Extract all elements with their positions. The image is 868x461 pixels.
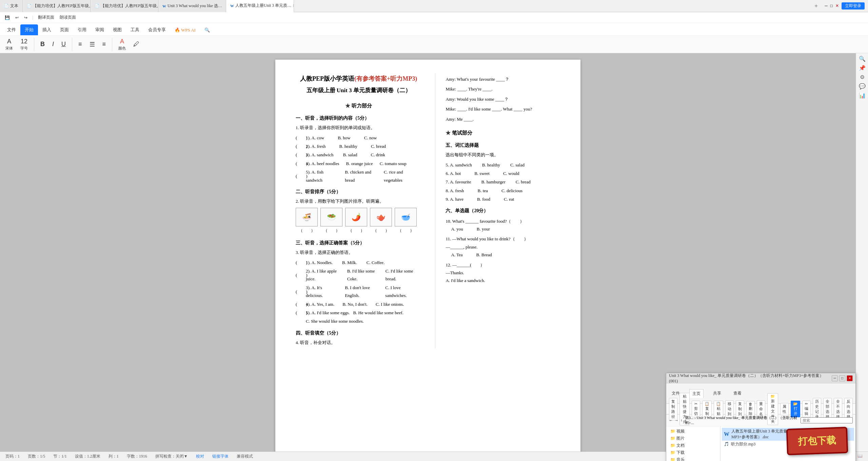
- status-page: 页码：1: [5, 454, 20, 459]
- fe-minimize-btn[interactable]: ─: [832, 375, 838, 381]
- taskbar-tab-2[interactable]: 📄 【能力培优】人教PEP版五年级上册…: [23, 0, 91, 12]
- fe-title: Unit 3 What would you like_ 单元质量调研卷（二）（含…: [669, 373, 832, 384]
- fe-copy-btn[interactable]: 📋 复制: [702, 401, 712, 417]
- fe-edit-btn[interactable]: ✏ 编辑: [802, 401, 811, 417]
- fe-nav-music[interactable]: 📁 音乐: [668, 456, 719, 461]
- fe-forward-btn[interactable]: →: [675, 418, 678, 422]
- bold-btn[interactable]: B: [38, 39, 47, 49]
- status-link[interactable]: 链接字体: [212, 454, 229, 459]
- minimize-btn[interactable]: ─: [825, 3, 828, 8]
- sidebar-icon-1[interactable]: 🔍: [859, 56, 866, 62]
- part6-item-12: 12. —______( ） —Thanks. A. I'd like a sa…: [446, 261, 560, 285]
- ribbon-tab-vip[interactable]: 会员专享: [144, 24, 170, 35]
- fe-nav-video[interactable]: 📁 视频: [668, 428, 719, 435]
- dialog-line-amy1: Amy: What's your favourite ____？: [446, 75, 560, 83]
- ribbon-tab-file[interactable]: 文件: [3, 24, 20, 35]
- dialog-line-amy2: Amy: Would you like some ____？: [446, 95, 560, 103]
- align-center-btn[interactable]: ☰: [87, 39, 98, 49]
- part1-instruction: 1. 听录音，选择你所听到的单词或短语。: [296, 124, 421, 132]
- ribbon-tab-ai[interactable]: 🔥 WPS AI: [170, 25, 200, 35]
- fe-cut-btn[interactable]: ✂ 剪切: [692, 401, 700, 417]
- fe-controls: ─ □ ✕: [832, 375, 853, 381]
- underline-btn[interactable]: U: [59, 39, 68, 49]
- sidebar-icon-2[interactable]: 📌: [859, 65, 866, 71]
- save-button[interactable]: 💾: [3, 15, 12, 21]
- download-button[interactable]: 打包下载: [786, 427, 848, 455]
- right-sidebar: 🔍 📌 ⚙ 💬 📊: [856, 53, 868, 461]
- tab-label-1: 文本: [10, 3, 18, 9]
- ribbon-tab-insert[interactable]: 插入: [38, 24, 56, 35]
- tab-label-4: Unit 3 What would you like 选…: [167, 3, 222, 9]
- read-page-btn[interactable]: 朗读页面: [58, 14, 78, 21]
- taskbar-tab-3[interactable]: 📄 【能力培优】人教PEP版五年级上册…: [91, 0, 158, 12]
- fe-nav-downloads[interactable]: 📁 下载: [668, 449, 719, 456]
- fe-copy-path-btn[interactable]: 复制路径: [669, 398, 677, 420]
- close-btn[interactable]: ✕: [835, 3, 839, 8]
- ribbon-tab-tools[interactable]: 工具: [126, 24, 144, 35]
- ribbon-tab-review[interactable]: 审阅: [91, 24, 108, 35]
- ribbon-tab-ref[interactable]: 引用: [73, 24, 91, 35]
- sidebar-icon-4[interactable]: 💬: [859, 83, 866, 89]
- part5-title: 五、词汇选择题: [446, 141, 560, 149]
- restore-btn[interactable]: □: [830, 3, 833, 8]
- fe-invert-select-btn[interactable]: 反向选择: [844, 398, 853, 420]
- part4-dialog-header: 4. 听音，补全对话。: [296, 339, 421, 346]
- fe-file-mp3-icon: 🎵: [724, 442, 729, 447]
- fe-up-btn[interactable]: ↑: [680, 418, 683, 422]
- fe-history-btn[interactable]: 历史记录: [813, 398, 821, 420]
- fe-paste-btn[interactable]: 📋 粘贴: [714, 401, 723, 417]
- part6-item-11: 11. —What would you like to drink?（ ） —_…: [446, 235, 560, 259]
- ribbon-tab-home[interactable]: 开始: [20, 24, 38, 35]
- tab-label-2: 【能力培优】人教PEP版五年级上册…: [33, 3, 91, 9]
- fe-tab-home[interactable]: 主页: [689, 389, 704, 398]
- fe-back-btn[interactable]: ←: [669, 418, 673, 422]
- part3-item-5: ( ) 5). A. I'd like some eggs. B. He wou…: [296, 309, 421, 317]
- ribbon-tab-view[interactable]: 视图: [108, 24, 126, 35]
- fe-close-btn[interactable]: ✕: [847, 375, 853, 381]
- fe-toolbar: 复制路径 粘贴快捷方式 ✂ 剪切 📋 复制 📋 粘贴 移动到 复制到 🗑 删除 …: [666, 404, 855, 415]
- fe-search-input[interactable]: [801, 417, 853, 423]
- fe-tab-view[interactable]: 查看: [731, 389, 744, 398]
- tab-close-5[interactable]: ✕: [293, 4, 294, 7]
- fe-select-none-btn[interactable]: 全不选择: [834, 398, 842, 420]
- ribbon-tab-page[interactable]: 页面: [56, 24, 73, 35]
- redo-button[interactable]: ↪: [22, 15, 29, 21]
- fe-file-mp3-name: 听力部分.mp3: [731, 441, 755, 447]
- fe-delete-btn[interactable]: 🗑 删除: [746, 401, 755, 417]
- italic-btn[interactable]: I: [50, 39, 57, 49]
- font-size-btn[interactable]: 12字号: [18, 37, 31, 52]
- part3-title: 三、听音，选择正确答案（5分）: [296, 239, 421, 247]
- login-btn[interactable]: 立即登录: [842, 2, 865, 9]
- fe-nav-docs[interactable]: 📁 文档: [668, 442, 719, 449]
- font-family-btn[interactable]: A宋体: [3, 37, 16, 52]
- ribbon-toolbar: 💾 ↩ ↪ | 翻译页面 朗读页面: [0, 12, 868, 23]
- part3-instruction: 3. 听录音，选择正确的答语。: [296, 248, 421, 256]
- sidebar-icon-5[interactable]: 📊: [859, 92, 866, 99]
- doc-subtitle: 五年级上册 Unit 3 单元质量调研卷（二）: [296, 85, 421, 96]
- status-check[interactable]: 校对: [196, 454, 204, 459]
- fe-breadcrumb: 第3... › Unit 3 What would you like_ 单元质量…: [685, 415, 801, 425]
- fe-select-all-btn[interactable]: 全部选择: [823, 398, 832, 420]
- translate-page-btn[interactable]: 翻译页面: [36, 14, 56, 21]
- listening-header: ★ 听力部分: [296, 101, 421, 111]
- undo-button[interactable]: ↩: [13, 15, 21, 21]
- taskbar-tab-4[interactable]: W Unit 3 What would you like 选…: [158, 0, 226, 12]
- part1-title: 一、听音，选择听到的内容（5分）: [296, 114, 421, 122]
- part3-item-4: ( ) 4). A. Yes, I am. B. No, I don't. C.…: [296, 300, 421, 308]
- align-left-btn[interactable]: ≡: [76, 39, 85, 49]
- fe-restore-btn[interactable]: □: [839, 375, 845, 381]
- highlight-btn[interactable]: 🖊: [131, 39, 142, 49]
- fe-props-btn[interactable]: 属性: [780, 403, 789, 415]
- fe-tab-share[interactable]: 共享: [710, 389, 724, 398]
- fe-nav-pictures[interactable]: 📁 图片: [668, 435, 719, 442]
- color-btn[interactable]: A颜色: [116, 37, 129, 52]
- new-tab-button[interactable]: ＋: [811, 2, 821, 9]
- view-read-btn[interactable]: 📖: [857, 454, 863, 459]
- align-right-btn[interactable]: ≡: [100, 39, 109, 49]
- fe-titlebar: Unit 3 What would you like_ 单元质量调研卷（二）（含…: [666, 373, 855, 383]
- fe-open-btn[interactable]: 📂 打开: [791, 401, 800, 417]
- ribbon-tab-search[interactable]: 🔍: [200, 25, 214, 35]
- sidebar-icon-3[interactable]: ⚙: [860, 74, 865, 80]
- taskbar-tab-1[interactable]: 📄 文本: [0, 0, 23, 12]
- taskbar-tab-5[interactable]: W 人教五年级上册Unit 3 单元质… ✕: [226, 0, 294, 12]
